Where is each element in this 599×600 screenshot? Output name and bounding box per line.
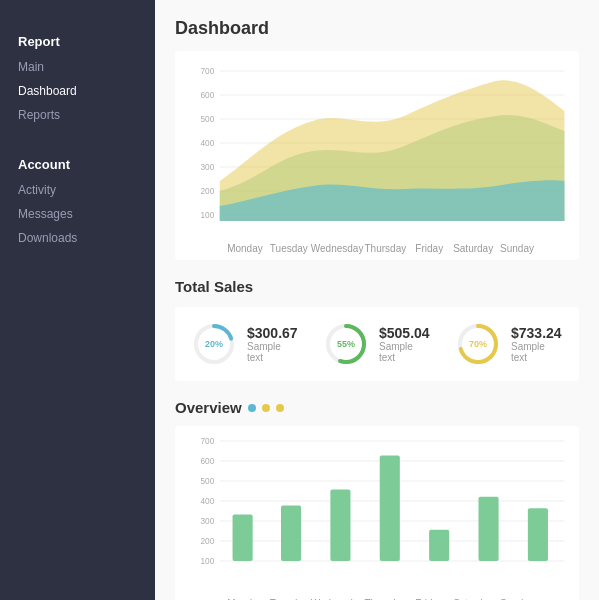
sidebar-item-dashboard[interactable]: Dashboard [0, 79, 155, 103]
circle-percent-3: 70% [469, 339, 487, 349]
area-chart-x-labels: Monday Tuesday Wednesday Thursday Friday… [185, 241, 569, 254]
bar-wed [330, 490, 350, 561]
circle-percent-2: 55% [337, 339, 355, 349]
circle-chart-2: 55% [323, 321, 369, 367]
sales-amount-2: $505.04 [379, 325, 431, 341]
svg-text:100: 100 [201, 556, 215, 566]
sales-item-1: 20% $300.67 Sample text [191, 321, 299, 367]
bar-mon [233, 515, 253, 561]
svg-text:700: 700 [201, 66, 215, 76]
sales-label-1: Sample text [247, 341, 299, 363]
sales-amount-1: $300.67 [247, 325, 299, 341]
sales-info-1: $300.67 Sample text [247, 325, 299, 363]
svg-text:200: 200 [201, 536, 215, 546]
svg-text:700: 700 [201, 436, 215, 446]
x-label-mon: Monday [223, 243, 267, 254]
x-label-thu: Thursday [363, 243, 407, 254]
bar-chart-x-labels: Monday Tuesday Wednesday Thursday Friday… [185, 596, 569, 600]
bar-chart: 700 600 500 400 300 200 100 [185, 436, 569, 596]
main-content: Dashboard 700 600 500 400 300 200 100 [155, 0, 599, 600]
area-chart: 700 600 500 400 300 200 100 [185, 61, 569, 241]
sales-info-3: $733.24 Sample text [511, 325, 563, 363]
overview-dot-yellow1 [262, 404, 270, 412]
overview-header: Overview [175, 399, 579, 416]
sidebar-section-account: Account [0, 143, 155, 178]
sidebar-item-activity[interactable]: Activity [0, 178, 155, 202]
svg-text:300: 300 [201, 162, 215, 172]
circle-chart-3: 70% [455, 321, 501, 367]
circle-percent-1: 20% [205, 339, 223, 349]
x-label-wed: Wednesday [311, 243, 364, 254]
bar-chart-container: 700 600 500 400 300 200 100 [175, 426, 579, 600]
overview-dot-yellow2 [276, 404, 284, 412]
bar-sat [478, 497, 498, 561]
svg-text:100: 100 [201, 210, 215, 220]
sales-amount-3: $733.24 [511, 325, 563, 341]
x-label-sat: Saturday [451, 243, 495, 254]
sidebar: Report Main Dashboard Reports Account Ac… [0, 0, 155, 600]
svg-text:200: 200 [201, 186, 215, 196]
area-chart-container: 700 600 500 400 300 200 100 Monday Tuesd… [175, 51, 579, 260]
area-chart-svg: 700 600 500 400 300 200 100 [185, 61, 569, 241]
sales-label-2: Sample text [379, 341, 431, 363]
sidebar-item-main[interactable]: Main [0, 55, 155, 79]
circle-chart-1: 20% [191, 321, 237, 367]
page-title: Dashboard [175, 18, 579, 39]
total-sales-section: 20% $300.67 Sample text 55% $505.04 Samp… [175, 307, 579, 381]
sidebar-item-reports[interactable]: Reports [0, 103, 155, 127]
x-label-sun: Sunday [495, 243, 539, 254]
x-label-fri: Friday [407, 243, 451, 254]
overview-dot-blue [248, 404, 256, 412]
bar-sun [528, 508, 548, 561]
sales-item-2: 55% $505.04 Sample text [323, 321, 431, 367]
sales-info-2: $505.04 Sample text [379, 325, 431, 363]
total-sales-title: Total Sales [175, 278, 579, 295]
svg-text:600: 600 [201, 456, 215, 466]
sales-item-3: 70% $733.24 Sample text [455, 321, 563, 367]
x-label-tue: Tuesday [267, 243, 311, 254]
sales-label-3: Sample text [511, 341, 563, 363]
sidebar-section-report: Report [0, 20, 155, 55]
svg-text:600: 600 [201, 90, 215, 100]
bar-thu [380, 456, 400, 561]
sidebar-item-downloads[interactable]: Downloads [0, 226, 155, 250]
svg-text:500: 500 [201, 114, 215, 124]
sidebar-item-messages[interactable]: Messages [0, 202, 155, 226]
bar-chart-svg: 700 600 500 400 300 200 100 [185, 436, 569, 596]
overview-title: Overview [175, 399, 242, 416]
svg-text:400: 400 [201, 138, 215, 148]
svg-text:400: 400 [201, 496, 215, 506]
svg-text:500: 500 [201, 476, 215, 486]
bar-fri [429, 530, 449, 561]
bar-tue [281, 506, 301, 561]
svg-text:300: 300 [201, 516, 215, 526]
